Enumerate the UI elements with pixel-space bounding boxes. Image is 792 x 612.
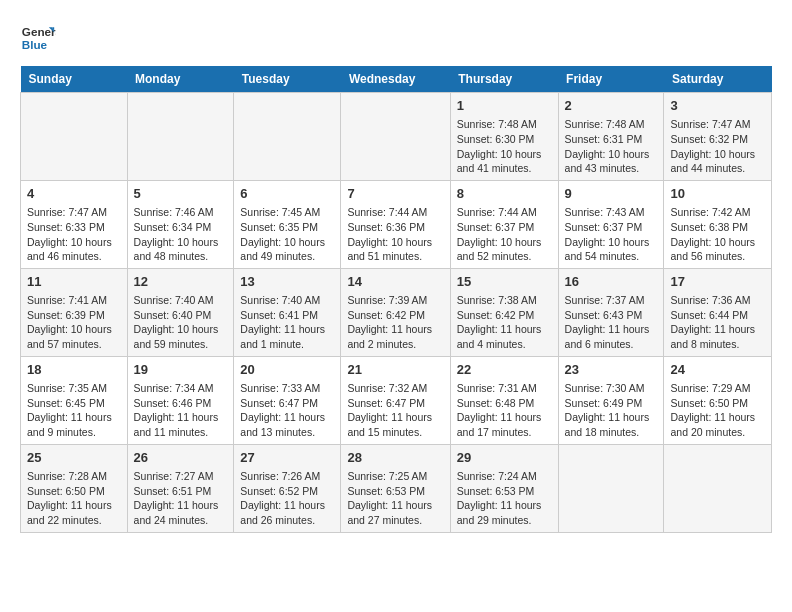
weekday-header-monday: Monday [127, 66, 234, 93]
day-info: Sunrise: 7:30 AM Sunset: 6:49 PM Dayligh… [565, 381, 658, 440]
day-number: 18 [27, 361, 121, 379]
week-row-5: 25Sunrise: 7:28 AM Sunset: 6:50 PM Dayli… [21, 444, 772, 532]
calendar-cell: 21Sunrise: 7:32 AM Sunset: 6:47 PM Dayli… [341, 356, 450, 444]
day-info: Sunrise: 7:29 AM Sunset: 6:50 PM Dayligh… [670, 381, 765, 440]
calendar-cell: 1Sunrise: 7:48 AM Sunset: 6:30 PM Daylig… [450, 93, 558, 181]
calendar-cell: 2Sunrise: 7:48 AM Sunset: 6:31 PM Daylig… [558, 93, 664, 181]
day-info: Sunrise: 7:37 AM Sunset: 6:43 PM Dayligh… [565, 293, 658, 352]
day-info: Sunrise: 7:46 AM Sunset: 6:34 PM Dayligh… [134, 205, 228, 264]
calendar-cell: 10Sunrise: 7:42 AM Sunset: 6:38 PM Dayli… [664, 180, 772, 268]
day-info: Sunrise: 7:43 AM Sunset: 6:37 PM Dayligh… [565, 205, 658, 264]
day-number: 27 [240, 449, 334, 467]
day-number: 16 [565, 273, 658, 291]
calendar-cell: 19Sunrise: 7:34 AM Sunset: 6:46 PM Dayli… [127, 356, 234, 444]
weekday-header-friday: Friday [558, 66, 664, 93]
calendar-cell: 4Sunrise: 7:47 AM Sunset: 6:33 PM Daylig… [21, 180, 128, 268]
calendar-cell: 18Sunrise: 7:35 AM Sunset: 6:45 PM Dayli… [21, 356, 128, 444]
weekday-header-sunday: Sunday [21, 66, 128, 93]
day-number: 15 [457, 273, 552, 291]
day-number: 1 [457, 97, 552, 115]
calendar-cell: 26Sunrise: 7:27 AM Sunset: 6:51 PM Dayli… [127, 444, 234, 532]
day-number: 24 [670, 361, 765, 379]
day-info: Sunrise: 7:24 AM Sunset: 6:53 PM Dayligh… [457, 469, 552, 528]
day-info: Sunrise: 7:48 AM Sunset: 6:30 PM Dayligh… [457, 117, 552, 176]
day-info: Sunrise: 7:47 AM Sunset: 6:33 PM Dayligh… [27, 205, 121, 264]
day-number: 22 [457, 361, 552, 379]
day-number: 25 [27, 449, 121, 467]
calendar-cell: 5Sunrise: 7:46 AM Sunset: 6:34 PM Daylig… [127, 180, 234, 268]
day-number: 26 [134, 449, 228, 467]
weekday-header-tuesday: Tuesday [234, 66, 341, 93]
day-info: Sunrise: 7:44 AM Sunset: 6:36 PM Dayligh… [347, 205, 443, 264]
day-info: Sunrise: 7:42 AM Sunset: 6:38 PM Dayligh… [670, 205, 765, 264]
calendar-cell: 6Sunrise: 7:45 AM Sunset: 6:35 PM Daylig… [234, 180, 341, 268]
day-info: Sunrise: 7:39 AM Sunset: 6:42 PM Dayligh… [347, 293, 443, 352]
day-info: Sunrise: 7:35 AM Sunset: 6:45 PM Dayligh… [27, 381, 121, 440]
day-number: 3 [670, 97, 765, 115]
calendar-cell: 11Sunrise: 7:41 AM Sunset: 6:39 PM Dayli… [21, 268, 128, 356]
logo: General Blue [20, 20, 60, 56]
day-info: Sunrise: 7:48 AM Sunset: 6:31 PM Dayligh… [565, 117, 658, 176]
svg-text:General: General [22, 25, 56, 38]
calendar-cell [558, 444, 664, 532]
calendar-cell: 12Sunrise: 7:40 AM Sunset: 6:40 PM Dayli… [127, 268, 234, 356]
weekday-header-saturday: Saturday [664, 66, 772, 93]
day-number: 6 [240, 185, 334, 203]
day-number: 2 [565, 97, 658, 115]
calendar-cell [234, 93, 341, 181]
day-info: Sunrise: 7:38 AM Sunset: 6:42 PM Dayligh… [457, 293, 552, 352]
day-number: 4 [27, 185, 121, 203]
calendar-cell: 3Sunrise: 7:47 AM Sunset: 6:32 PM Daylig… [664, 93, 772, 181]
calendar-cell: 29Sunrise: 7:24 AM Sunset: 6:53 PM Dayli… [450, 444, 558, 532]
day-number: 19 [134, 361, 228, 379]
day-number: 5 [134, 185, 228, 203]
calendar-cell [341, 93, 450, 181]
day-number: 9 [565, 185, 658, 203]
calendar-cell: 8Sunrise: 7:44 AM Sunset: 6:37 PM Daylig… [450, 180, 558, 268]
calendar-cell: 20Sunrise: 7:33 AM Sunset: 6:47 PM Dayli… [234, 356, 341, 444]
day-info: Sunrise: 7:47 AM Sunset: 6:32 PM Dayligh… [670, 117, 765, 176]
day-number: 23 [565, 361, 658, 379]
calendar-cell [664, 444, 772, 532]
day-info: Sunrise: 7:31 AM Sunset: 6:48 PM Dayligh… [457, 381, 552, 440]
day-number: 29 [457, 449, 552, 467]
calendar-cell: 23Sunrise: 7:30 AM Sunset: 6:49 PM Dayli… [558, 356, 664, 444]
day-info: Sunrise: 7:44 AM Sunset: 6:37 PM Dayligh… [457, 205, 552, 264]
calendar-cell: 27Sunrise: 7:26 AM Sunset: 6:52 PM Dayli… [234, 444, 341, 532]
weekday-header-row: SundayMondayTuesdayWednesdayThursdayFrid… [21, 66, 772, 93]
day-number: 20 [240, 361, 334, 379]
day-number: 10 [670, 185, 765, 203]
day-info: Sunrise: 7:27 AM Sunset: 6:51 PM Dayligh… [134, 469, 228, 528]
day-info: Sunrise: 7:33 AM Sunset: 6:47 PM Dayligh… [240, 381, 334, 440]
week-row-1: 1Sunrise: 7:48 AM Sunset: 6:30 PM Daylig… [21, 93, 772, 181]
calendar-cell: 25Sunrise: 7:28 AM Sunset: 6:50 PM Dayli… [21, 444, 128, 532]
day-info: Sunrise: 7:26 AM Sunset: 6:52 PM Dayligh… [240, 469, 334, 528]
week-row-4: 18Sunrise: 7:35 AM Sunset: 6:45 PM Dayli… [21, 356, 772, 444]
day-info: Sunrise: 7:36 AM Sunset: 6:44 PM Dayligh… [670, 293, 765, 352]
day-info: Sunrise: 7:40 AM Sunset: 6:41 PM Dayligh… [240, 293, 334, 352]
calendar-cell: 24Sunrise: 7:29 AM Sunset: 6:50 PM Dayli… [664, 356, 772, 444]
day-number: 12 [134, 273, 228, 291]
calendar-cell: 7Sunrise: 7:44 AM Sunset: 6:36 PM Daylig… [341, 180, 450, 268]
day-info: Sunrise: 7:32 AM Sunset: 6:47 PM Dayligh… [347, 381, 443, 440]
day-info: Sunrise: 7:45 AM Sunset: 6:35 PM Dayligh… [240, 205, 334, 264]
calendar-cell: 28Sunrise: 7:25 AM Sunset: 6:53 PM Dayli… [341, 444, 450, 532]
day-info: Sunrise: 7:41 AM Sunset: 6:39 PM Dayligh… [27, 293, 121, 352]
svg-text:Blue: Blue [22, 38, 48, 51]
day-number: 21 [347, 361, 443, 379]
day-number: 8 [457, 185, 552, 203]
day-info: Sunrise: 7:25 AM Sunset: 6:53 PM Dayligh… [347, 469, 443, 528]
day-number: 14 [347, 273, 443, 291]
day-info: Sunrise: 7:34 AM Sunset: 6:46 PM Dayligh… [134, 381, 228, 440]
day-number: 11 [27, 273, 121, 291]
day-number: 17 [670, 273, 765, 291]
calendar-cell: 22Sunrise: 7:31 AM Sunset: 6:48 PM Dayli… [450, 356, 558, 444]
calendar-cell [21, 93, 128, 181]
day-info: Sunrise: 7:40 AM Sunset: 6:40 PM Dayligh… [134, 293, 228, 352]
calendar-cell: 16Sunrise: 7:37 AM Sunset: 6:43 PM Dayli… [558, 268, 664, 356]
day-info: Sunrise: 7:28 AM Sunset: 6:50 PM Dayligh… [27, 469, 121, 528]
day-number: 7 [347, 185, 443, 203]
logo-icon: General Blue [20, 20, 56, 56]
day-number: 13 [240, 273, 334, 291]
calendar-cell: 17Sunrise: 7:36 AM Sunset: 6:44 PM Dayli… [664, 268, 772, 356]
